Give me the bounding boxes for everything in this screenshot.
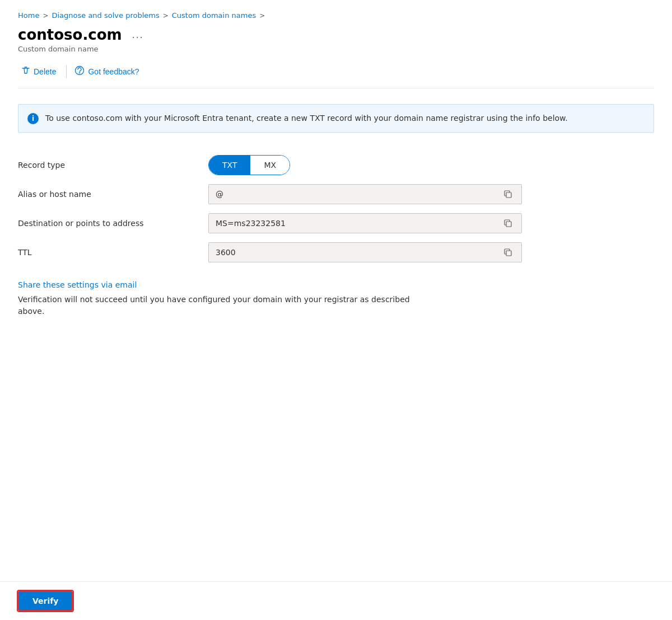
svg-point-1 [80, 73, 80, 73]
alias-copy-button[interactable] [499, 186, 517, 202]
breadcrumb-home[interactable]: Home [18, 11, 39, 20]
ttl-label: TTL [18, 248, 208, 257]
share-link[interactable]: Share these settings via email [18, 280, 137, 289]
destination-input[interactable] [216, 219, 499, 228]
feedback-label: Got feedback? [88, 67, 139, 76]
toolbar: Delete Got feedback? [18, 62, 654, 88]
alias-control [208, 184, 654, 204]
breadcrumb: Home > Diagnose and solve problems > Cus… [18, 11, 654, 20]
alias-row: Alias or host name [18, 180, 654, 209]
feedback-icon [74, 65, 85, 78]
info-text: To use contoso.com with your Microsoft E… [45, 112, 568, 124]
ttl-copy-button[interactable] [499, 245, 517, 260]
ttl-input[interactable] [216, 248, 499, 257]
bottom-bar: Verify [0, 581, 672, 620]
page-title: contoso.com [18, 26, 122, 44]
breadcrumb-sep-3: > [259, 12, 265, 20]
alias-field-wrapper [208, 184, 522, 204]
share-section: Share these settings via email Verificat… [18, 280, 654, 317]
breadcrumb-sep-2: > [163, 12, 169, 20]
breadcrumb-sep-1: > [43, 12, 48, 20]
destination-label: Destination or points to address [18, 219, 208, 228]
breadcrumb-diagnose[interactable]: Diagnose and solve problems [52, 11, 159, 20]
info-icon: i [27, 113, 39, 124]
delete-label: Delete [34, 67, 56, 76]
toolbar-separator [18, 88, 654, 88]
toggle-mx[interactable]: MX [250, 156, 290, 175]
alias-input[interactable] [216, 190, 499, 199]
verification-note: Verification will not succeed until you … [18, 294, 410, 317]
feedback-button[interactable]: Got feedback? [71, 62, 144, 81]
record-type-row: Record type TXT MX [18, 151, 654, 180]
form-section: Record type TXT MX Alias or host name [18, 151, 654, 267]
toolbar-divider [66, 65, 67, 78]
page-header: contoso.com ... Custom domain name [18, 26, 654, 53]
record-type-toggle[interactable]: TXT MX [208, 155, 290, 175]
svg-rect-3 [506, 222, 511, 227]
destination-copy-button[interactable] [499, 215, 517, 231]
record-type-label: Record type [18, 161, 208, 170]
ttl-control [208, 242, 654, 262]
svg-rect-2 [506, 192, 511, 198]
svg-rect-4 [506, 251, 511, 256]
delete-icon [21, 66, 30, 77]
page-subtitle: Custom domain name [18, 45, 654, 53]
delete-button[interactable]: Delete [18, 63, 62, 81]
ellipsis-menu-button[interactable]: ... [129, 27, 147, 43]
record-type-control: TXT MX [208, 155, 654, 175]
alias-label: Alias or host name [18, 190, 208, 199]
destination-control [208, 213, 654, 233]
toggle-txt[interactable]: TXT [209, 156, 250, 175]
verify-button[interactable]: Verify [18, 591, 73, 611]
info-banner: i To use contoso.com with your Microsoft… [18, 104, 654, 133]
breadcrumb-custom-domains[interactable]: Custom domain names [172, 11, 256, 20]
ttl-row: TTL [18, 238, 654, 267]
destination-row: Destination or points to address [18, 209, 654, 238]
ttl-field-wrapper [208, 242, 522, 262]
destination-field-wrapper [208, 213, 522, 233]
